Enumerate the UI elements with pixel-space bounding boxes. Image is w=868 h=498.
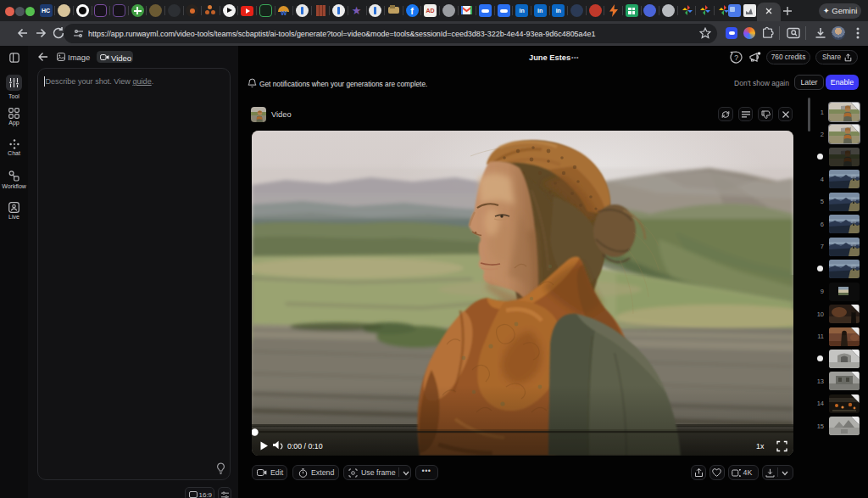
svg-text:0:00 / 0:10: 0:00 / 0:10 [287,442,323,450]
svg-text:?: ? [734,53,738,62]
svg-text:1x: 1x [756,442,765,450]
